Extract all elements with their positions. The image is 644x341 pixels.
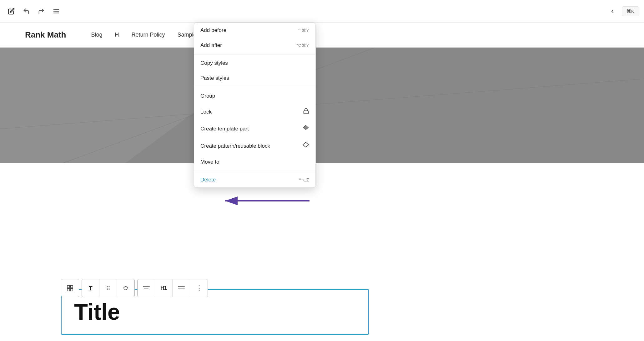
menu-shortcut-add-before: ⌃⌘Y	[298, 28, 309, 33]
redo-button[interactable]	[35, 5, 48, 18]
menu-label-create-template: Create template part	[200, 126, 249, 132]
lock-icon	[303, 108, 309, 116]
menu-item-add-before[interactable]: Add before ⌃⌘Y	[194, 23, 315, 38]
top-toolbar: ⌘K	[0, 0, 644, 23]
pattern-icon	[302, 142, 309, 150]
list-view-button[interactable]	[50, 5, 63, 18]
collapse-button[interactable]	[607, 6, 618, 17]
svg-point-13	[107, 288, 108, 289]
context-menu: Add before ⌃⌘Y Add after ⌥⌘Y Copy styles…	[194, 23, 316, 188]
pencil-button[interactable]	[5, 5, 18, 18]
block-toolbar-group-1	[61, 279, 79, 297]
site-logo: Rank Math	[25, 30, 66, 40]
menu-label-move-to: Move to	[200, 159, 219, 165]
template-icon	[302, 125, 309, 133]
menu-item-move-to[interactable]: Move to	[194, 155, 315, 170]
svg-rect-10	[70, 288, 73, 291]
menu-label-delete: Delete	[200, 177, 216, 183]
hero-area	[0, 48, 644, 163]
text-align-button[interactable]: T̲	[82, 279, 99, 297]
menu-item-create-template[interactable]: Create template part	[194, 120, 315, 137]
svg-rect-9	[67, 288, 70, 291]
title-text: Title	[74, 299, 120, 324]
more-options-button[interactable]: ⋮	[190, 279, 208, 297]
transform-button[interactable]	[61, 279, 79, 297]
block-toolbar-group-3: H1 ⋮	[137, 279, 208, 297]
svg-point-15	[107, 289, 108, 290]
menu-item-paste-styles[interactable]: Paste styles	[194, 71, 315, 86]
block-toolbar-group-2: T̲	[82, 279, 135, 297]
svg-point-14	[108, 288, 109, 289]
arrow-annotation	[219, 191, 313, 210]
cmd-k-label: ⌘K	[626, 8, 634, 14]
move-up-button[interactable]	[117, 279, 134, 297]
menu-item-delete[interactable]: Delete ^⌥Z	[194, 172, 315, 187]
menu-label-group: Group	[200, 93, 215, 99]
menu-label-paste-styles: Paste styles	[200, 75, 229, 81]
toolbar-right: ⌘K	[607, 6, 639, 17]
menu-divider-1	[194, 54, 315, 54]
align-button[interactable]	[138, 279, 155, 297]
svg-rect-8	[70, 285, 73, 288]
menu-label-add-before: Add before	[200, 27, 226, 33]
menu-shortcut-add-after: ⌥⌘Y	[296, 43, 309, 48]
drag-button[interactable]	[99, 279, 117, 297]
svg-rect-23	[304, 111, 309, 114]
heading-button[interactable]: H1	[155, 279, 173, 297]
menu-item-group[interactable]: Group	[194, 89, 315, 104]
page-area: Rank Math Blog H Return Policy Sample Pa…	[0, 23, 644, 341]
menu-label-create-pattern: Create pattern/reusable block	[200, 143, 270, 149]
svg-point-16	[108, 289, 109, 290]
menu-item-create-pattern[interactable]: Create pattern/reusable block	[194, 137, 315, 155]
nav-item-blog[interactable]: Blog	[91, 32, 102, 38]
menu-item-copy-styles[interactable]: Copy styles	[194, 56, 315, 71]
menu-label-copy-styles: Copy styles	[200, 60, 228, 66]
menu-label-add-after: Add after	[200, 42, 222, 48]
block-toolbar: T̲	[61, 279, 208, 297]
menu-item-lock[interactable]: Lock	[194, 104, 315, 120]
undo-button[interactable]	[20, 5, 33, 18]
nav-item-h[interactable]: H	[115, 32, 119, 38]
nav-item-return[interactable]: Return Policy	[132, 32, 165, 38]
menu-label-lock: Lock	[200, 109, 212, 115]
menu-divider-2	[194, 87, 315, 87]
menu-item-add-after[interactable]: Add after ⌥⌘Y	[194, 38, 315, 53]
svg-point-12	[108, 286, 109, 287]
svg-rect-7	[67, 285, 70, 288]
svg-point-11	[107, 286, 108, 287]
menu-shortcut-delete: ^⌥Z	[299, 177, 309, 182]
cmd-k-button[interactable]: ⌘K	[622, 6, 639, 16]
nav-bar: Rank Math Blog H Return Policy Sample Pa…	[0, 23, 644, 48]
menu-divider-3	[194, 171, 315, 171]
justify-button[interactable]	[173, 279, 190, 297]
